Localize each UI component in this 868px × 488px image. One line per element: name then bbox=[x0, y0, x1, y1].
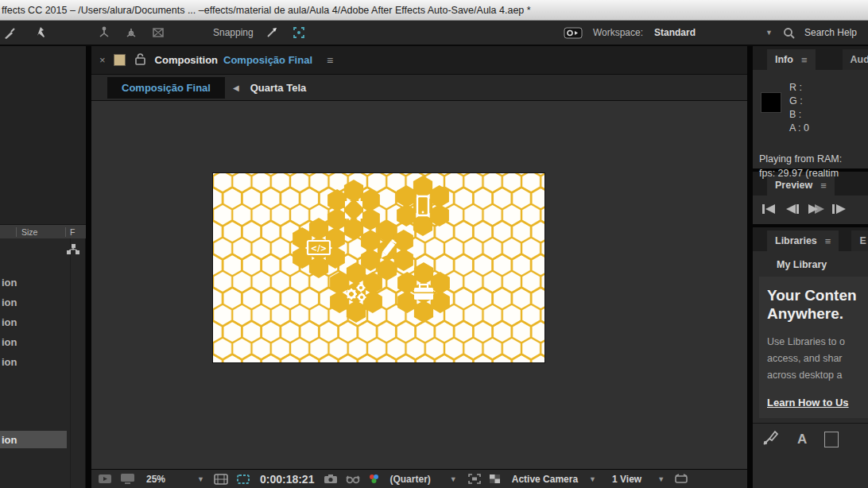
project-item[interactable]: ion bbox=[0, 293, 85, 311]
magnification-dropdown-icon[interactable]: ▼ bbox=[197, 475, 204, 483]
composition-tab-bar: × Composition Composição Final ≡ bbox=[91, 46, 747, 75]
libraries-description: Use Libraries to o bbox=[767, 334, 868, 351]
fps-status: fps: 29.97 (realtim bbox=[759, 166, 842, 180]
view-layout-value[interactable]: 1 View bbox=[612, 474, 641, 485]
info-panel-tabs: Info ≡ Audio bbox=[753, 46, 868, 70]
previous-frame-button[interactable] bbox=[784, 203, 800, 215]
libraries-description: across desktop a bbox=[767, 367, 868, 384]
graphics-brush-icon[interactable] bbox=[762, 430, 780, 448]
show-snapshot-icon[interactable] bbox=[346, 471, 360, 487]
tab-audio[interactable]: Audio bbox=[843, 49, 868, 70]
lock-icon[interactable] bbox=[135, 53, 145, 68]
column-header-size[interactable]: Size bbox=[16, 227, 65, 237]
resolution-value[interactable]: (Quarter) bbox=[389, 474, 430, 485]
window-titlebar: ffects CC 2015 – /Users/alura/Documents … bbox=[0, 0, 868, 21]
libraries-promo-card: Your Conten Anywhere. Use Libraries to o… bbox=[759, 277, 868, 418]
view-axis-mode-icon[interactable] bbox=[148, 24, 169, 41]
tab-info[interactable]: Info ≡ bbox=[767, 49, 816, 70]
libraries-footer-toolbar: A bbox=[753, 423, 868, 448]
timecode-display[interactable]: 0:00:18:21 bbox=[260, 473, 315, 486]
panel-tab-composition[interactable]: Composition bbox=[155, 54, 218, 66]
composition-bottom-bar: 25% ▼ 0:00:18:21 (Quarter) bbox=[91, 469, 747, 488]
libraries-panel-tabs: Libraries ≡ E bbox=[753, 227, 868, 251]
search-help-label[interactable]: Search Help bbox=[804, 27, 857, 38]
always-preview-icon[interactable] bbox=[98, 471, 112, 487]
preview-panel-menu-icon[interactable]: ≡ bbox=[820, 180, 827, 192]
magnification-value[interactable]: 25% bbox=[146, 474, 165, 485]
composition-viewer[interactable]: </> bbox=[91, 101, 747, 469]
transparency-grid-icon[interactable] bbox=[489, 471, 501, 487]
info-panel-menu-icon[interactable]: ≡ bbox=[801, 54, 808, 66]
show-channel-icon[interactable] bbox=[368, 471, 380, 487]
snapping-arrow-icon[interactable] bbox=[262, 24, 282, 41]
main-toolbar: Snapping Workspace: Standard ▼ Search He… bbox=[0, 21, 868, 46]
mask-visibility-icon[interactable] bbox=[236, 471, 250, 487]
info-panel: Info ≡ Audio R : G : B : A : 0 bbox=[753, 46, 868, 168]
learn-how-link[interactable]: Learn How to Us bbox=[767, 397, 849, 409]
panel-menu-icon[interactable]: ≡ bbox=[327, 54, 333, 67]
camera-view-value[interactable]: Active Camera bbox=[512, 474, 578, 485]
local-axis-mode-icon[interactable] bbox=[94, 24, 114, 41]
playback-status: Playing from RAM: bbox=[759, 152, 842, 166]
grid-guides-icon[interactable] bbox=[214, 471, 228, 487]
after-effects-window: ffects CC 2015 – /Users/alura/Documents … bbox=[0, 0, 868, 488]
workspace-label: Workspace: bbox=[593, 27, 643, 38]
network-render-icon bbox=[67, 243, 80, 259]
column-header-file[interactable]: F bbox=[65, 227, 75, 237]
snapping-target-icon[interactable] bbox=[289, 24, 309, 41]
preview-transport-controls bbox=[753, 196, 868, 224]
tab-libraries[interactable]: Libraries ≡ bbox=[767, 230, 839, 251]
project-item[interactable]: ion bbox=[0, 273, 85, 291]
panel-divider[interactable] bbox=[86, 46, 91, 488]
color-sample-swatch bbox=[761, 92, 781, 113]
next-frame-button[interactable] bbox=[831, 203, 847, 215]
resolution-dropdown-icon[interactable]: ▼ bbox=[450, 475, 457, 483]
window-title: ffects CC 2015 – /Users/alura/Documents … bbox=[2, 5, 531, 16]
breadcrumb-active-comp[interactable]: Composição Final bbox=[107, 77, 225, 99]
project-item-selected[interactable]: ion bbox=[0, 431, 67, 448]
project-preview-area bbox=[0, 46, 86, 225]
workspace-value[interactable]: Standard bbox=[654, 27, 696, 38]
layer-styles-icon[interactable] bbox=[824, 432, 839, 447]
project-item[interactable]: ion bbox=[0, 353, 85, 370]
pen-tool-icon[interactable] bbox=[0, 24, 21, 41]
character-styles-icon[interactable]: A bbox=[797, 432, 807, 447]
workspace-dropdown-icon[interactable]: ▼ bbox=[765, 29, 773, 37]
composition-name: Composição Final bbox=[223, 54, 312, 66]
libraries-panel-menu-icon[interactable]: ≡ bbox=[825, 235, 831, 247]
world-axis-mode-icon[interactable] bbox=[121, 24, 141, 41]
panel-divider[interactable] bbox=[747, 46, 753, 488]
tab-effects-presets[interactable]: E bbox=[851, 230, 867, 251]
snapshot-camera-icon[interactable] bbox=[324, 471, 338, 487]
composition-panel: × Composition Composição Final ≡ Composi… bbox=[91, 46, 747, 488]
workspace-icon[interactable] bbox=[563, 24, 583, 41]
search-icon[interactable] bbox=[779, 24, 800, 41]
view-layout-dropdown-icon[interactable]: ▼ bbox=[657, 475, 665, 483]
info-green-value: G : bbox=[789, 95, 809, 108]
info-alpha-value: A : 0 bbox=[789, 122, 809, 135]
info-red-value: R : bbox=[789, 81, 809, 95]
comp-color-swatch bbox=[114, 54, 126, 66]
project-item[interactable]: ion bbox=[0, 313, 85, 331]
region-of-interest-icon[interactable] bbox=[468, 471, 481, 487]
breadcrumb-back-icon[interactable]: ◀ bbox=[233, 83, 239, 92]
svg-text:</>: </> bbox=[311, 244, 327, 253]
project-column-headers: Size F bbox=[0, 225, 86, 238]
right-panel-column: Info ≡ Audio R : G : B : A : 0 bbox=[753, 46, 868, 488]
snapping-label[interactable]: Snapping bbox=[213, 27, 254, 38]
library-selector[interactable]: My Library bbox=[753, 251, 868, 277]
breadcrumb-parent-comp[interactable]: Quarta Tela bbox=[250, 82, 307, 94]
first-frame-button[interactable] bbox=[761, 203, 777, 215]
project-item[interactable]: ion bbox=[0, 333, 85, 351]
composition-canvas[interactable]: </> bbox=[213, 173, 544, 362]
puppet-pin-tool-icon[interactable] bbox=[30, 24, 51, 41]
libraries-panel: Libraries ≡ E My Library Your Conten Any… bbox=[753, 227, 868, 488]
camera-view-dropdown-icon[interactable]: ▼ bbox=[589, 475, 596, 483]
libraries-headline: Your Conten bbox=[767, 286, 868, 304]
primary-viewer-icon[interactable] bbox=[120, 471, 135, 487]
close-tab-icon[interactable]: × bbox=[99, 54, 106, 66]
honeycomb-artwork: </> bbox=[213, 173, 544, 362]
pixel-aspect-correction-icon[interactable] bbox=[674, 471, 688, 487]
info-blue-value: B : bbox=[789, 108, 809, 122]
play-button[interactable] bbox=[807, 203, 824, 215]
